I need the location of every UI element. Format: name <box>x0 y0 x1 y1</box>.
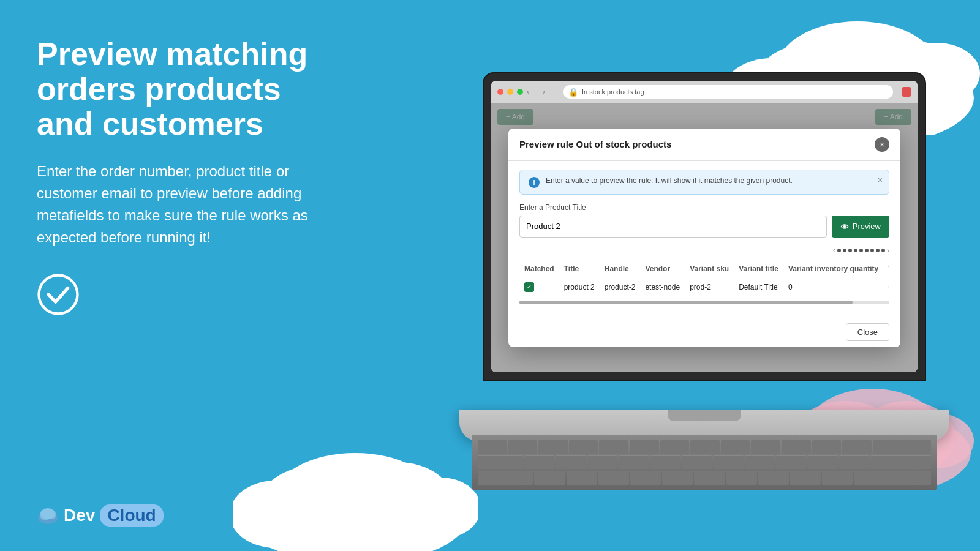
headline: Preview matching orders products and cus… <box>37 37 337 142</box>
key <box>619 455 649 470</box>
col-matched: Matched <box>519 261 559 277</box>
key-row-2 <box>478 455 931 470</box>
col-variant-inventory: Variant inventory quantity <box>783 261 883 277</box>
browser-action-btn <box>902 87 911 97</box>
input-label: Enter a Product Title <box>519 203 889 212</box>
input-row: Preview <box>519 216 889 238</box>
key <box>478 455 523 470</box>
page-dot-2 <box>843 249 846 252</box>
svg-point-21 <box>40 508 55 519</box>
laptop-wrapper: ‹ › 🔒 In stock products tag + Add + Add <box>459 73 949 490</box>
key <box>587 455 617 470</box>
close-button[interactable]: Close <box>846 323 889 341</box>
key <box>478 440 507 454</box>
key <box>854 471 931 485</box>
info-close-button[interactable]: × <box>878 175 883 185</box>
eye-icon <box>840 222 849 231</box>
col-variant-sku: Variant sku <box>685 261 734 277</box>
page-dot-7 <box>870 249 874 252</box>
browser-content: + Add + Add Preview rule Out of stock pr… <box>491 103 918 372</box>
info-text: Enter a value to preview the rule. It wi… <box>546 176 880 185</box>
screen-inner: ‹ › 🔒 In stock products tag + Add + Add <box>491 81 918 372</box>
cell-handle: product-2 <box>600 277 641 297</box>
key <box>598 471 629 485</box>
browser-dot-green <box>517 89 523 95</box>
cell-variant-title: Default Title <box>734 277 783 297</box>
key <box>567 471 597 485</box>
left-panel: Preview matching orders products and cus… <box>37 37 337 318</box>
devcloud-logo: Dev Cloud <box>37 504 164 527</box>
key <box>630 440 659 454</box>
devcloud-logo-icon <box>37 504 59 527</box>
key <box>751 440 780 454</box>
col-handle: Handle <box>600 261 641 277</box>
key <box>873 440 931 454</box>
page-dot-3 <box>848 249 852 252</box>
key <box>713 455 743 470</box>
key <box>556 455 586 470</box>
key <box>790 471 821 485</box>
key <box>630 471 661 485</box>
description: Enter the order number, product title or… <box>37 160 337 249</box>
laptop-screen: ‹ › 🔒 In stock products tag + Add + Add <box>484 73 925 380</box>
table-scrollbar[interactable] <box>519 301 889 304</box>
key <box>745 455 775 470</box>
key <box>662 471 693 485</box>
key <box>690 440 720 454</box>
pagination-row: ‹ › <box>519 244 889 257</box>
key <box>478 471 533 485</box>
key <box>721 440 750 454</box>
key <box>650 455 680 470</box>
page-prev[interactable]: ‹ <box>833 246 835 255</box>
key <box>508 440 538 454</box>
page-dot-5 <box>859 249 863 252</box>
cell-tags: Out of stock <box>883 277 889 297</box>
col-title: Title <box>559 261 600 277</box>
cell-inventory: 0 <box>783 277 883 297</box>
cell-sku: prod-2 <box>685 277 734 297</box>
page-dot-8 <box>876 249 880 252</box>
svg-point-22 <box>843 225 846 228</box>
laptop-notch <box>668 410 741 421</box>
page-next[interactable]: › <box>887 246 889 255</box>
key <box>569 440 598 454</box>
key <box>842 440 872 454</box>
key <box>839 455 869 470</box>
devcloud-cloud-text: Cloud <box>100 504 163 527</box>
modal-footer: Close <box>508 317 900 347</box>
modal-header: Preview rule Out of stock products × <box>508 129 900 161</box>
browser-bar: ‹ › 🔒 In stock products tag <box>491 81 918 103</box>
key <box>524 455 554 470</box>
matched-checkbox: ✓ <box>524 282 534 292</box>
address-text: In stock products tag <box>582 88 644 96</box>
keyboard-keys <box>478 440 931 485</box>
key <box>822 471 853 485</box>
modal-body: i Enter a value to preview the rule. It … <box>508 161 900 317</box>
modal-title: Preview rule Out of stock products <box>519 139 671 149</box>
table-scrollbar-thumb <box>519 301 853 304</box>
info-icon: i <box>529 177 540 188</box>
key <box>534 471 565 485</box>
page-dot-6 <box>865 249 869 252</box>
preview-button[interactable]: Preview <box>832 216 889 238</box>
key <box>660 440 690 454</box>
cell-title: product 2 <box>559 277 600 297</box>
large-checkmark-icon <box>37 273 80 316</box>
preview-table: Matched Title Handle Vendor Variant sku … <box>519 261 889 297</box>
address-bar: 🔒 In stock products tag <box>564 85 893 99</box>
key <box>807 455 837 470</box>
key-row-3 <box>478 471 931 485</box>
key <box>682 455 712 470</box>
product-title-input[interactable] <box>519 216 827 238</box>
browser-dot-red <box>497 89 503 95</box>
key <box>776 455 806 470</box>
modal-close-button[interactable]: × <box>875 137 889 152</box>
devcloud-dev-text: Dev <box>64 506 95 525</box>
cell-vendor: etest-node <box>640 277 685 297</box>
table-container: Matched Title Handle Vendor Variant sku … <box>519 261 889 297</box>
table-header-row: Matched Title Handle Vendor Variant sku … <box>519 261 889 277</box>
key <box>782 440 811 454</box>
col-variant-title: Variant title <box>734 261 783 277</box>
key <box>694 471 725 485</box>
col-vendor: Vendor <box>640 261 685 277</box>
